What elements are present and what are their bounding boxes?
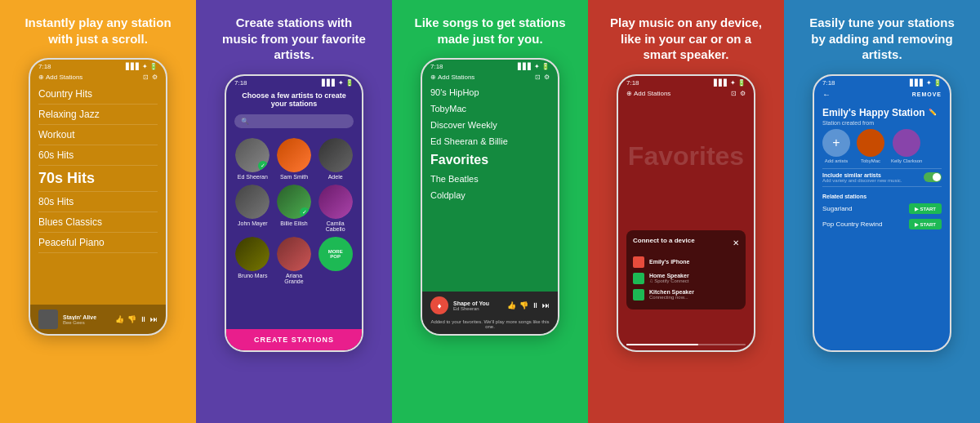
artist-avatar-adele	[318, 138, 353, 172]
artist-cell[interactable]: Sam Smith	[276, 138, 313, 180]
panel-5: Easily tune your stations by adding and …	[784, 0, 980, 423]
add-artist-circle[interactable]: +	[822, 129, 850, 157]
list-item[interactable]: Discover Weekly	[430, 117, 550, 133]
selected-check: ✓	[258, 161, 268, 171]
more-pop-button[interactable]: MORE POP	[318, 237, 353, 271]
artist-name: Ariana Grande	[276, 273, 313, 284]
settings-icon-3: ⚙	[544, 73, 550, 81]
add-stations-btn[interactable]: ⊕ Add Stations	[38, 73, 82, 81]
album-art-1	[38, 309, 58, 329]
add-artist-label: Add artists	[825, 158, 848, 163]
add-stations-btn-4[interactable]: ⊕ Add Stations	[626, 90, 670, 97]
similar-sub: Add variety and discover new music.	[822, 178, 902, 183]
kitchen-device-icon	[633, 289, 644, 301]
status-bar-3: 7:18 ▋▋▋ ✦ 🔋	[422, 60, 558, 72]
add-artist-chip[interactable]: + Add artists	[822, 129, 850, 163]
artist-avatar-camila	[318, 185, 353, 219]
pause-icon[interactable]: ⏸	[140, 315, 147, 323]
phone-1-screen: 7:18 ▋▋▋ ✦ 🔋 ⊕ Add Stations ⊡ ⚙ Country …	[30, 60, 166, 334]
settings-icon: ⚙	[152, 73, 158, 81]
phone-4-screen: 7:18 ▋▋▋ ✦ 🔋 ⊕ Add Stations ⊡ ⚙ Favorite…	[618, 76, 754, 350]
speaker-device-icon	[633, 273, 644, 284]
device-item[interactable]: Kitchen Speaker Connecting now...	[633, 287, 739, 303]
time-3: 7:18	[430, 63, 443, 70]
phone-3: 7:18 ▋▋▋ ✦ 🔋 ⊕ Add Stations ⊡ ⚙ 90's Hip…	[421, 58, 559, 336]
artist-chip-toby[interactable]: TobyMac	[857, 129, 884, 163]
list-item[interactable]: Workout	[38, 125, 158, 145]
edit-icon[interactable]: ✏️	[929, 109, 937, 116]
artist-cell[interactable]: Ariana Grande	[276, 237, 313, 284]
close-connect-icon[interactable]: ✕	[733, 238, 739, 247]
add-stations-btn-3[interactable]: ⊕ Add Stations	[430, 73, 474, 81]
list-item[interactable]: 60s Hits	[38, 145, 158, 166]
back-button-5[interactable]: ←	[822, 90, 831, 99]
status-bar-1: 7:18 ▋▋▋ ✦ 🔋	[30, 60, 166, 72]
phone-2-screen: 7:18 ▋▋▋ ✦ 🔋 Choose a few artists to cre…	[226, 76, 362, 350]
remove-button-5[interactable]: REMOVE	[912, 91, 942, 97]
artist-cell[interactable]: ✓ Ed Sheeran	[234, 138, 271, 180]
artist-cell-more-pop[interactable]: MORE POP	[317, 237, 354, 284]
volume-bar-4[interactable]	[626, 344, 746, 345]
list-item[interactable]: Relaxing Jazz	[38, 105, 158, 125]
panel-5-tagline: Easily tune your stations by adding and …	[804, 15, 960, 63]
list-item[interactable]: TobyMac	[430, 100, 550, 117]
player-controls-1[interactable]: 👍 👎 ⏸ ⏭	[115, 315, 158, 323]
skip-icon[interactable]: ⏭	[150, 315, 158, 323]
panel-4-tagline: Play music on any device, like in your c…	[608, 15, 764, 63]
related-station-row-2: Pop Country Rewind ▶ START	[814, 216, 950, 232]
station-name-text: Emily's Happy Station	[822, 107, 925, 118]
device-info: Emily's iPhone	[649, 259, 690, 265]
device-info: Home Speaker ♫ Spotify Connect	[649, 273, 689, 283]
list-item[interactable]: Coldplay	[430, 187, 550, 203]
time-2: 7:18	[234, 79, 247, 87]
connect-device-card: Connect to a device ✕ Emily's iPhone Hom…	[626, 230, 746, 309]
list-item[interactable]: Ed Sheeran & Billie	[430, 133, 550, 149]
phone-device-icon	[633, 256, 644, 268]
similar-artists-toggle[interactable]	[924, 172, 942, 182]
device-info: Kitchen Speaker Connecting now...	[649, 289, 694, 300]
header-icons-4: ⊡ ⚙	[731, 90, 746, 97]
search-bar-2[interactable]: 🔍	[234, 114, 354, 128]
thumb-up-icon-3[interactable]: 👍	[507, 301, 516, 309]
list-item[interactable]: Country Hits	[38, 84, 158, 105]
artist-cell[interactable]: Bruno Mars	[234, 237, 271, 284]
start-button-pop[interactable]: ▶ START	[909, 219, 942, 229]
artist-cell[interactable]: John Mayer	[234, 185, 271, 232]
station-list-1: Country Hits Relaxing Jazz Workout 60s H…	[30, 84, 166, 253]
start-button-sugarland[interactable]: ▶ START	[909, 203, 942, 214]
cast-icon: ⊡	[143, 73, 149, 81]
device-item[interactable]: Home Speaker ♫ Spotify Connect	[633, 270, 739, 287]
list-item[interactable]: 90's HipHop	[430, 84, 550, 100]
player-controls-3[interactable]: 👍 👎 ⏸ ⏭	[507, 301, 550, 309]
list-item-favorites[interactable]: Favorites	[430, 149, 550, 171]
plus-icon-4: ⊕	[626, 90, 632, 97]
list-item[interactable]: 70s Hits	[38, 166, 158, 192]
artist-name: Billie Eilish	[280, 220, 307, 226]
phone-3-screen: 7:18 ▋▋▋ ✦ 🔋 ⊕ Add Stations ⊡ ⚙ 90's Hip…	[422, 60, 558, 334]
thumb-up-icon[interactable]: 👍	[115, 315, 124, 323]
panel-3-tagline: Like songs to get stations made just for…	[412, 15, 568, 47]
now-playing-bar-3: ♦ Shape of You Ed Sheeran 👍 👎 ⏸ ⏭ Added …	[422, 292, 558, 334]
artist-cell[interactable]: Adele	[317, 138, 354, 180]
time-5: 7:18	[822, 79, 835, 87]
artist-cell[interactable]: Camila Cabello	[317, 185, 354, 232]
artist-cell[interactable]: ✓ Billie Eilish	[276, 185, 313, 232]
thumb-down-icon[interactable]: 👎	[127, 315, 136, 323]
list-item[interactable]: 80s Hits	[38, 192, 158, 212]
now-playing-artist-1: Bee Gees	[63, 320, 110, 325]
pause-icon-3[interactable]: ⏸	[532, 301, 539, 309]
cast-icon-3: ⊡	[535, 73, 541, 81]
now-playing-info-1: Stayin' Alive Bee Gees	[63, 314, 110, 325]
time-1: 7:18	[38, 63, 51, 70]
list-item[interactable]: Peaceful Piano	[38, 233, 158, 253]
create-stations-button[interactable]: CREATE STATIONS	[226, 329, 362, 350]
list-item[interactable]: The Beatles	[430, 171, 550, 187]
thumb-down-icon-3[interactable]: 👎	[519, 301, 528, 309]
phone-1: 7:18 ▋▋▋ ✦ 🔋 ⊕ Add Stations ⊡ ⚙ Country …	[29, 58, 167, 336]
artist-chip-kelly[interactable]: Kelly Clarkson	[891, 129, 922, 163]
skip-icon-3[interactable]: ⏭	[542, 301, 550, 309]
artist-avatar-sam	[277, 138, 311, 172]
artist-avatar-billie: ✓	[277, 185, 311, 219]
list-item[interactable]: Blues Classics	[38, 212, 158, 233]
device-item[interactable]: Emily's iPhone	[633, 254, 739, 270]
